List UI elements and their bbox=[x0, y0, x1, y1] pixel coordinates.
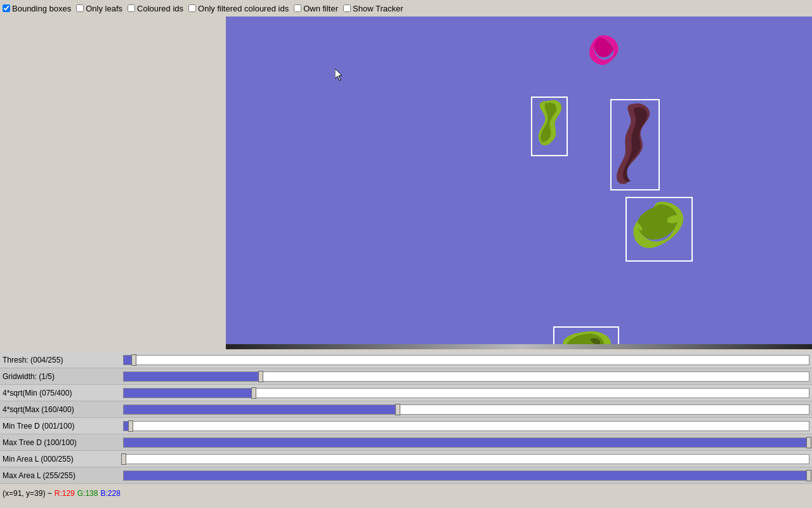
slider-label-1: Gridwidth: (1/5) bbox=[3, 372, 123, 381]
coords-text: (x=91, y=39) ~ bbox=[3, 489, 52, 498]
slider-row-2: 4*sqrt(Min (075/400) bbox=[0, 385, 812, 401]
slider-row-4: Min Tree D (001/100) bbox=[0, 418, 812, 434]
slider-track-7[interactable] bbox=[123, 471, 809, 481]
slider-thumb-3[interactable] bbox=[395, 404, 400, 415]
toolbar-item-only-filtered-coloured-ids[interactable]: Only filtered coloured ids bbox=[188, 4, 289, 13]
b-label: B: bbox=[100, 489, 107, 498]
label-coloured-ids: Coloured ids bbox=[137, 4, 183, 13]
toolbar: Bounding boxesOnly leafsColoured idsOnly… bbox=[0, 0, 812, 17]
bottom-gradient-strip bbox=[226, 344, 812, 349]
slider-thumb-7[interactable] bbox=[806, 470, 811, 481]
slider-fill-3 bbox=[124, 405, 398, 414]
slider-row-3: 4*sqrt(Max (160/400) bbox=[0, 401, 812, 418]
blob-green2-svg bbox=[629, 199, 690, 260]
slider-row-7: Max Area L (255/255) bbox=[0, 467, 812, 484]
slider-fill-1 bbox=[124, 372, 261, 381]
checkbox-bounding-boxes[interactable] bbox=[3, 4, 10, 12]
slider-row-5: Max Tree D (100/100) bbox=[0, 434, 812, 451]
slider-row-0: Thresh: (004/255) bbox=[0, 352, 812, 368]
status-bar: (x=91, y=39) ~ R: 129 G: 138 B: 228 bbox=[0, 486, 812, 500]
blob-brown-svg bbox=[614, 102, 657, 189]
svg-marker-0 bbox=[335, 69, 342, 81]
canvas-area[interactable] bbox=[226, 17, 812, 349]
blob-pink-svg bbox=[588, 34, 621, 70]
slider-thumb-1[interactable] bbox=[258, 371, 263, 382]
slider-label-2: 4*sqrt(Min (075/400) bbox=[3, 389, 123, 398]
blob-pink-container bbox=[588, 34, 621, 72]
toolbar-item-coloured-ids[interactable]: Coloured ids bbox=[128, 4, 183, 13]
g-value: 138 bbox=[85, 489, 98, 498]
slider-thumb-4[interactable] bbox=[128, 420, 133, 432]
r-value: 129 bbox=[62, 489, 75, 498]
toolbar-item-bounding-boxes[interactable]: Bounding boxes bbox=[3, 4, 71, 13]
slider-track-0[interactable] bbox=[123, 355, 809, 365]
slider-fill-2 bbox=[124, 389, 254, 398]
controls-panel: Thresh: (004/255)Gridwidth: (1/5)4*sqrt(… bbox=[0, 349, 812, 486]
slider-label-6: Min Area L (000/255) bbox=[3, 455, 123, 464]
blob-green2-container bbox=[629, 199, 690, 262]
g-label: G: bbox=[77, 489, 86, 498]
label-only-leafs: Only leafs bbox=[86, 4, 122, 13]
slider-track-6[interactable] bbox=[123, 454, 809, 464]
main-layout bbox=[0, 17, 812, 349]
slider-label-4: Min Tree D (001/100) bbox=[3, 422, 123, 431]
toolbar-item-only-leafs[interactable]: Only leafs bbox=[76, 4, 122, 13]
checkbox-only-leafs[interactable] bbox=[76, 4, 84, 12]
slider-thumb-0[interactable] bbox=[131, 354, 136, 366]
blob-brown-container bbox=[614, 102, 657, 190]
slider-thumb-6[interactable] bbox=[121, 453, 126, 465]
slider-label-0: Thresh: (004/255) bbox=[3, 356, 123, 364]
slider-thumb-2[interactable] bbox=[251, 387, 256, 399]
slider-track-3[interactable] bbox=[123, 404, 809, 415]
left-panel bbox=[0, 17, 113, 349]
slider-track-5[interactable] bbox=[123, 438, 809, 448]
label-own-filter: Own filter bbox=[303, 4, 338, 13]
label-show-tracker: Show Tracker bbox=[353, 4, 403, 13]
label-bounding-boxes: Bounding boxes bbox=[12, 4, 71, 13]
slider-fill-5 bbox=[124, 438, 809, 447]
checkbox-only-filtered-coloured-ids[interactable] bbox=[188, 4, 196, 12]
slider-label-3: 4*sqrt(Max (160/400) bbox=[3, 405, 123, 414]
slider-thumb-5[interactable] bbox=[806, 437, 811, 448]
slider-row-6: Min Area L (000/255) bbox=[0, 451, 812, 467]
label-only-filtered-coloured-ids: Only filtered coloured ids bbox=[198, 4, 289, 13]
slider-row-1: Gridwidth: (1/5) bbox=[0, 368, 812, 385]
checkbox-show-tracker[interactable] bbox=[343, 4, 351, 12]
slider-track-2[interactable] bbox=[123, 388, 809, 398]
slider-track-4[interactable] bbox=[123, 421, 809, 431]
b-value: 228 bbox=[108, 489, 121, 498]
toolbar-item-own-filter[interactable]: Own filter bbox=[294, 4, 338, 13]
checkbox-own-filter[interactable] bbox=[294, 4, 301, 12]
checkbox-coloured-ids[interactable] bbox=[128, 4, 135, 12]
slider-label-5: Max Tree D (100/100) bbox=[3, 438, 123, 447]
slider-label-7: Max Area L (255/255) bbox=[3, 471, 123, 480]
blob-green1-container bbox=[535, 99, 568, 157]
slider-track-1[interactable] bbox=[123, 371, 809, 382]
blob-green1-svg bbox=[535, 99, 568, 155]
r-label: R: bbox=[55, 489, 62, 498]
cursor-icon bbox=[335, 69, 344, 81]
toolbar-item-show-tracker[interactable]: Show Tracker bbox=[343, 4, 403, 13]
slider-fill-7 bbox=[124, 471, 809, 480]
